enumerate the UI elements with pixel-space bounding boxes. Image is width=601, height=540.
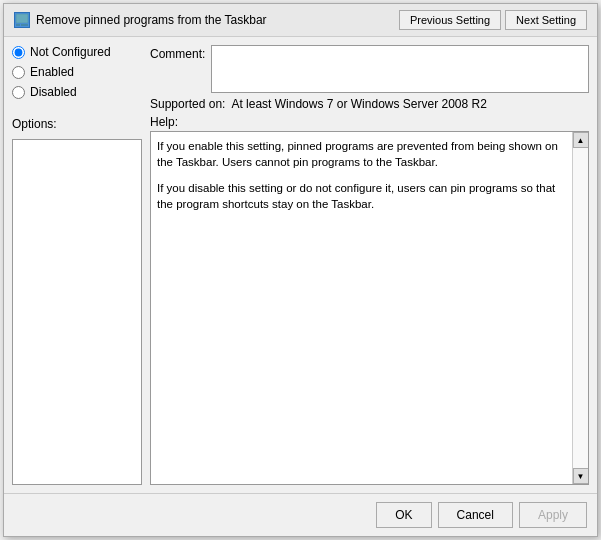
title-bar: Remove pinned programs from the Taskbar … xyxy=(4,4,597,37)
scroll-down-button[interactable]: ▼ xyxy=(573,468,589,484)
ok-button[interactable]: OK xyxy=(376,502,431,528)
scroll-up-button[interactable]: ▲ xyxy=(573,132,589,148)
left-panel: Not Configured Enabled Disabled Options: xyxy=(12,45,142,485)
not-configured-radio[interactable] xyxy=(12,46,25,59)
supported-label: Supported on: xyxy=(150,97,225,111)
previous-setting-button[interactable]: Previous Setting xyxy=(399,10,501,30)
right-panel: Comment: Supported on: At least Windows … xyxy=(150,45,589,485)
supported-section: Supported on: At least Windows 7 or Wind… xyxy=(150,97,589,111)
comment-section: Comment: xyxy=(150,45,589,93)
dialog-title: Remove pinned programs from the Taskbar xyxy=(36,13,393,27)
svg-rect-0 xyxy=(16,14,28,23)
next-setting-button[interactable]: Next Setting xyxy=(505,10,587,30)
enabled-label: Enabled xyxy=(30,65,74,79)
disabled-radio[interactable] xyxy=(12,86,25,99)
supported-value: At least Windows 7 or Windows Server 200… xyxy=(231,97,486,111)
apply-button[interactable]: Apply xyxy=(519,502,587,528)
not-configured-option[interactable]: Not Configured xyxy=(12,45,142,59)
configuration-radio-group: Not Configured Enabled Disabled xyxy=(12,45,142,99)
help-scrollbar: ▲ ▼ xyxy=(572,132,588,484)
help-content: If you enable this setting, pinned progr… xyxy=(151,132,572,484)
help-label: Help: xyxy=(150,115,589,129)
svg-rect-1 xyxy=(16,24,20,26)
scrollbar-track xyxy=(573,148,588,468)
toolbar-buttons: Previous Setting Next Setting xyxy=(399,10,587,30)
help-box: If you enable this setting, pinned progr… xyxy=(150,131,589,485)
help-paragraph-1: If you enable this setting, pinned progr… xyxy=(157,138,566,170)
enabled-radio[interactable] xyxy=(12,66,25,79)
help-paragraph-2: If you disable this setting or do not co… xyxy=(157,180,566,212)
disabled-label: Disabled xyxy=(30,85,77,99)
dialog-icon xyxy=(14,12,30,28)
comment-input[interactable] xyxy=(211,45,589,93)
disabled-option[interactable]: Disabled xyxy=(12,85,142,99)
options-label: Options: xyxy=(12,117,142,131)
policy-setting-dialog: Remove pinned programs from the Taskbar … xyxy=(3,3,598,537)
dialog-body: Not Configured Enabled Disabled Options:… xyxy=(4,37,597,493)
cancel-button[interactable]: Cancel xyxy=(438,502,513,528)
not-configured-label: Not Configured xyxy=(30,45,111,59)
dialog-footer: OK Cancel Apply xyxy=(4,493,597,536)
comment-label: Comment: xyxy=(150,45,205,61)
options-box xyxy=(12,139,142,485)
enabled-option[interactable]: Enabled xyxy=(12,65,142,79)
svg-rect-2 xyxy=(21,24,28,26)
